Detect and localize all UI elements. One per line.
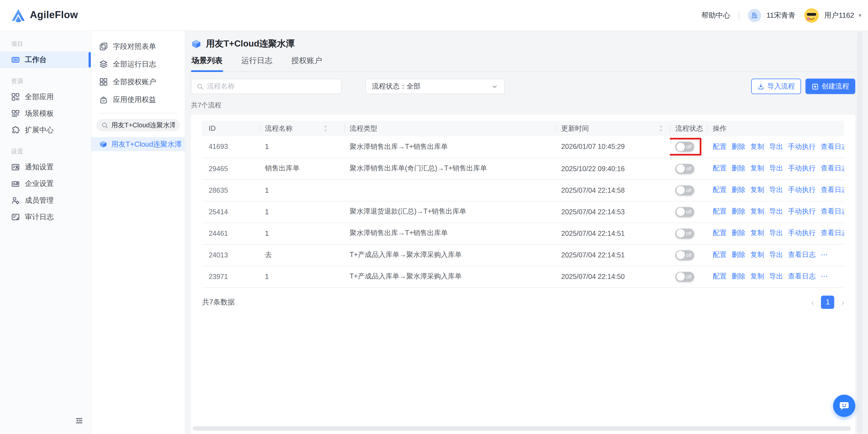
tab-scene-list[interactable]: 场景列表	[191, 56, 223, 71]
prev-page-icon[interactable]: ‹	[811, 298, 814, 306]
help-center-link[interactable]: 帮助中心	[702, 10, 730, 20]
action-delete[interactable]: 删除	[732, 185, 745, 195]
action-manual-run[interactable]: 手动执行	[788, 207, 816, 216]
sidebar-item-field-mapping-form[interactable]: 字段对照表单	[91, 38, 185, 55]
action-configure[interactable]: 配置	[713, 185, 726, 195]
sidebar-item-app-usage-benefits[interactable]: 应用使用权益	[91, 91, 185, 108]
action-delete[interactable]: 删除	[732, 228, 745, 238]
action-export[interactable]: 导出	[769, 207, 783, 216]
action-export[interactable]: 导出	[769, 185, 783, 195]
cell-name: 1	[259, 266, 344, 287]
cell-type: T+产成品入库单→聚水潭采购入库单	[344, 244, 556, 266]
action-configure[interactable]: 配置	[713, 272, 726, 281]
vertical-scrollbar[interactable]	[857, 32, 862, 434]
column-header-name[interactable]: 流程名称	[259, 121, 344, 136]
sidebar-item-all-run-logs[interactable]: 全部运行日志	[91, 55, 185, 73]
horizontal-scrollbar[interactable]	[193, 426, 851, 431]
status-toggle[interactable]: off	[676, 272, 694, 281]
tab-run-logs[interactable]: 运行日志	[241, 56, 273, 71]
action-view-logs[interactable]: 查看日志	[788, 250, 816, 259]
import-flow-button[interactable]: 导入流程	[751, 79, 801, 94]
action-view-logs[interactable]: 查看日志	[788, 272, 816, 281]
cell-status: off	[670, 179, 707, 201]
sidebar-item-notification-settings[interactable]: 通知设置	[0, 159, 91, 176]
action-export[interactable]: 导出	[769, 250, 783, 259]
action-view-logs[interactable]: 查看日志	[820, 228, 844, 238]
user-menu-caret-icon[interactable]: ▾	[859, 12, 861, 19]
status-toggle[interactable]: off	[676, 164, 694, 174]
status-toggle[interactable]: off	[676, 228, 694, 238]
action-copy[interactable]: 复制	[750, 207, 764, 216]
user-name[interactable]: 用户1162	[824, 10, 854, 20]
status-toggle[interactable]: off	[676, 250, 694, 260]
action-copy[interactable]: 复制	[750, 228, 764, 238]
sidebar-item-scene-templates[interactable]: 场景模板	[0, 105, 91, 122]
action-delete[interactable]: 删除	[732, 272, 745, 281]
sort-icon[interactable]	[659, 125, 663, 132]
action-configure[interactable]: 配置	[713, 228, 726, 238]
action-export[interactable]: 导出	[769, 272, 783, 281]
action-manual-run[interactable]: 手动执行	[788, 228, 816, 238]
status-toggle[interactable]: off	[676, 142, 694, 152]
cell-type: 聚水潭退货退款(汇总)→T+销售出库单	[344, 201, 556, 222]
tab-auth-accounts[interactable]: 授权账户	[290, 56, 322, 71]
action-configure[interactable]: 配置	[713, 207, 726, 216]
search-icon	[101, 121, 108, 129]
organization-name[interactable]: 11宋青青	[766, 10, 795, 20]
agileflow-logo-icon	[11, 8, 25, 22]
status-toggle[interactable]: off	[676, 185, 694, 195]
action-manual-run[interactable]: 手动执行	[788, 164, 816, 173]
table-row: 2863512025/07/04 22:14:58off配置删除复制导出手动执行…	[202, 179, 844, 201]
action-export[interactable]: 导出	[769, 228, 783, 238]
cell-actions: 配置删除复制导出查看日志⋯	[707, 266, 844, 287]
flow-status-select[interactable]: 流程状态：全部	[366, 79, 505, 94]
action-manual-run[interactable]: 手动执行	[788, 142, 816, 151]
action-export[interactable]: 导出	[769, 164, 783, 173]
flow-name-search-input[interactable]	[207, 83, 336, 90]
sidebar-item-audit-log[interactable]: 审计日志	[0, 209, 91, 225]
action-delete[interactable]: 删除	[732, 142, 745, 151]
action-copy[interactable]: 复制	[750, 185, 764, 195]
action-manual-run[interactable]: 手动执行	[788, 185, 816, 195]
cell-updated: 2026/01/07 10:45:29	[556, 136, 670, 158]
action-configure[interactable]: 配置	[713, 164, 726, 173]
sidebar-item-all-auth-accounts[interactable]: 全部授权账户	[91, 73, 185, 91]
status-toggle[interactable]: off	[676, 207, 694, 217]
sidebar-item-selected-app[interactable]: 用友T+Cloud连聚水潭	[91, 137, 185, 151]
create-flow-button[interactable]: 创建流程	[805, 79, 855, 94]
page-number-button[interactable]: 1	[821, 295, 835, 309]
action-copy[interactable]: 复制	[750, 272, 764, 281]
sort-icon[interactable]	[323, 125, 328, 132]
action-configure[interactable]: 配置	[713, 250, 726, 259]
sidebar-item-member-management[interactable]: 成员管理	[0, 192, 91, 209]
sidebar-item-all-apps[interactable]: 全部应用	[0, 89, 91, 105]
action-more[interactable]: ⋯	[820, 250, 827, 259]
sidebar-item-enterprise-settings[interactable]: 企业设置	[0, 176, 91, 192]
action-copy[interactable]: 复制	[750, 250, 764, 259]
sidebar-item-workbench[interactable]: 工作台	[0, 52, 91, 68]
action-view-logs[interactable]: 查看日志	[820, 164, 844, 173]
action-view-logs[interactable]: 查看日志	[820, 142, 844, 151]
chat-support-button[interactable]	[833, 395, 855, 417]
sidebar-item-extension-center[interactable]: 扩展中心	[0, 122, 91, 138]
action-delete[interactable]: 删除	[732, 207, 745, 216]
action-view-logs[interactable]: 查看日志	[820, 185, 844, 195]
action-delete[interactable]: 删除	[732, 164, 745, 173]
action-view-logs[interactable]: 查看日志	[820, 207, 844, 216]
action-export[interactable]: 导出	[769, 142, 783, 151]
column-header-id: ID	[202, 121, 259, 136]
next-page-icon[interactable]: ›	[842, 298, 844, 306]
action-configure[interactable]: 配置	[713, 142, 726, 151]
action-copy[interactable]: 复制	[750, 164, 764, 173]
action-delete[interactable]: 删除	[732, 250, 745, 259]
column-header-updated[interactable]: 更新时间	[556, 121, 670, 136]
action-copy[interactable]: 复制	[750, 142, 764, 151]
auth-accounts-icon	[99, 78, 108, 86]
cell-status: off	[670, 244, 707, 266]
app-search-input[interactable]	[111, 121, 175, 129]
user-avatar[interactable]	[804, 8, 819, 22]
column-header-label: 操作	[713, 124, 726, 132]
collapse-sidebar-icon[interactable]	[75, 416, 84, 425]
logo[interactable]: AgileFlow	[11, 8, 78, 22]
action-more[interactable]: ⋯	[820, 272, 827, 281]
